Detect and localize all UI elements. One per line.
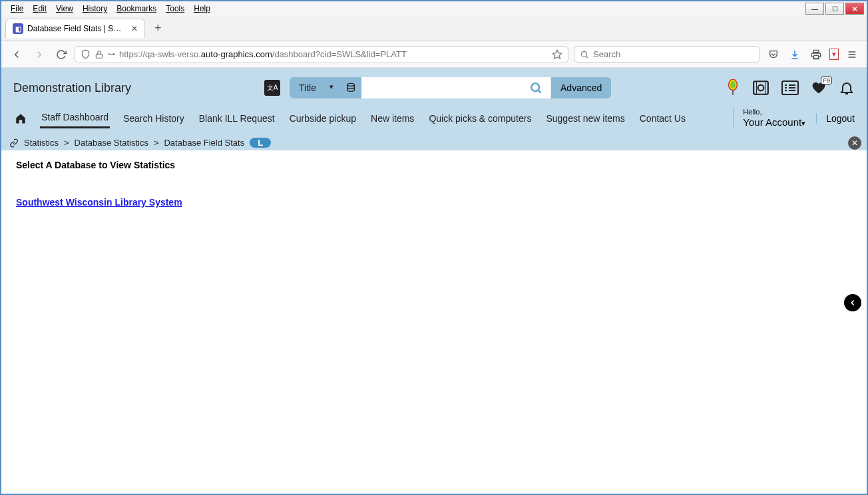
notifications-bell-icon[interactable]	[839, 80, 855, 96]
menu-view[interactable]: View	[52, 3, 77, 15]
list-icon[interactable]	[781, 81, 799, 95]
svg-point-2	[581, 51, 586, 57]
breadcrumb-db-statistics[interactable]: Database Statistics	[75, 138, 148, 148]
new-tab-button[interactable]: +	[154, 21, 162, 35]
database-link-swls[interactable]: Southwest Wisconsin Library System	[16, 197, 182, 208]
catalog-search-input[interactable]	[361, 77, 521, 98]
browser-tab-strip: ◧ Database Field Stats | SWLS | pla ✕ +	[1, 16, 867, 41]
os-menu-bar: File Edit View History Bookmarks Tools H…	[1, 1, 867, 16]
database-select-icon[interactable]	[340, 77, 361, 98]
breadcrumb-pill[interactable]: L	[250, 138, 271, 148]
nav-contact[interactable]: Contact Us	[638, 109, 687, 128]
menu-history[interactable]: History	[79, 3, 111, 15]
search-icon	[580, 50, 589, 59]
app-header: Demonstration Library 文A Title Advanced …	[1, 68, 867, 108]
svg-rect-0	[96, 54, 102, 58]
nav-quick-picks[interactable]: Quick picks & computers	[427, 109, 533, 128]
maximize-button[interactable]: ☐	[825, 3, 844, 15]
page-heading: Select A Database to View Statistics	[16, 160, 852, 170]
downloads-icon[interactable]	[787, 47, 803, 63]
security-extension-icon[interactable]: ▾	[829, 49, 839, 60]
svg-marker-1	[552, 50, 561, 59]
svg-point-5	[531, 83, 539, 91]
tab-favicon-icon: ◧	[13, 23, 23, 34]
browser-toolbar: ⊶ https://qa-swls-verso.auto-graphics.co…	[1, 41, 867, 68]
nav-suggest[interactable]: Suggest new items	[544, 109, 626, 128]
shield-icon[interactable]	[81, 49, 91, 59]
minimize-button[interactable]: —	[805, 3, 824, 15]
print-icon[interactable]	[808, 47, 824, 63]
nav-curbside[interactable]: Curbside pickup	[288, 109, 357, 128]
url-bar[interactable]: ⊶ https://qa-swls-verso.auto-graphics.co…	[75, 46, 568, 63]
scan-icon[interactable]	[752, 79, 769, 96]
side-panel-toggle[interactable]	[844, 294, 861, 311]
menu-edit[interactable]: Edit	[29, 3, 51, 15]
library-name: Demonstration Library	[13, 81, 131, 95]
svg-rect-3	[814, 55, 819, 59]
menu-bookmarks[interactable]: Bookmarks	[112, 3, 160, 15]
language-icon[interactable]: 文A	[264, 80, 280, 96]
kids-balloon-icon[interactable]	[726, 79, 740, 96]
breadcrumb-close-icon[interactable]: ✕	[848, 136, 861, 150]
menu-help[interactable]: Help	[190, 3, 214, 15]
reload-button[interactable]	[53, 47, 69, 63]
forward-button[interactable]	[31, 46, 48, 63]
link-icon	[9, 138, 19, 148]
account-label: Your Account▾	[743, 116, 805, 128]
advanced-search-button[interactable]: Advanced	[551, 77, 611, 98]
menu-file[interactable]: File	[7, 3, 27, 15]
browser-search-input[interactable]	[593, 49, 754, 59]
catalog-search-button[interactable]	[521, 77, 551, 98]
bookmark-star-icon[interactable]	[552, 49, 562, 60]
catalog-search-cluster: 文A Title Advanced	[264, 77, 611, 98]
header-right-icons: F9	[726, 79, 855, 96]
home-icon[interactable]	[13, 108, 28, 128]
window-controls: — ☐ ✕	[805, 3, 864, 15]
main-content: Select A Database to View Statistics Sou…	[1, 150, 867, 217]
logout-link[interactable]: Logout	[816, 113, 855, 124]
pocket-icon[interactable]	[765, 47, 781, 63]
nav-staff-dashboard[interactable]: Staff Dashboard	[40, 108, 110, 128]
svg-point-4	[347, 83, 355, 86]
url-text: https://qa-swls-verso.auto-graphics.com/…	[119, 49, 548, 59]
nav-search-history[interactable]: Search History	[122, 109, 186, 128]
account-block: Hello, Your Account▾ Logout	[733, 108, 855, 128]
lock-icon[interactable]	[95, 50, 104, 59]
favorites-badge: F9	[821, 77, 832, 84]
tab-title: Database Field Stats | SWLS | pla	[27, 24, 127, 33]
permissions-icon[interactable]: ⊶	[108, 50, 115, 59]
svg-rect-8	[754, 81, 768, 94]
svg-point-9	[758, 85, 764, 91]
hello-label: Hello,	[743, 108, 805, 116]
breadcrumb-statistics[interactable]: Statistics	[24, 138, 59, 148]
main-nav: Staff Dashboard Search History Blank ILL…	[1, 108, 867, 135]
breadcrumb-field-stats[interactable]: Database Field Stats	[164, 138, 244, 148]
your-account-dropdown[interactable]: Hello, Your Account▾	[733, 108, 805, 128]
search-type-dropdown[interactable]: Title	[290, 77, 340, 98]
svg-point-7	[730, 81, 735, 88]
browser-search-box[interactable]	[574, 46, 760, 63]
menu-tools[interactable]: Tools	[162, 3, 188, 15]
breadcrumb-sep: >	[154, 138, 159, 148]
breadcrumb-sep: >	[64, 138, 69, 148]
back-button[interactable]	[8, 46, 25, 63]
hamburger-menu-icon[interactable]	[844, 47, 860, 63]
favorites-heart-icon[interactable]: F9	[811, 81, 827, 95]
close-window-button[interactable]: ✕	[845, 3, 864, 15]
breadcrumb-bar: Statistics > Database Statistics > Datab…	[1, 135, 867, 150]
nav-new-items[interactable]: New items	[369, 109, 415, 128]
nav-blank-ill[interactable]: Blank ILL Request	[198, 109, 276, 128]
tab-close-icon[interactable]: ✕	[131, 24, 138, 33]
browser-tab[interactable]: ◧ Database Field Stats | SWLS | pla ✕	[5, 19, 145, 38]
